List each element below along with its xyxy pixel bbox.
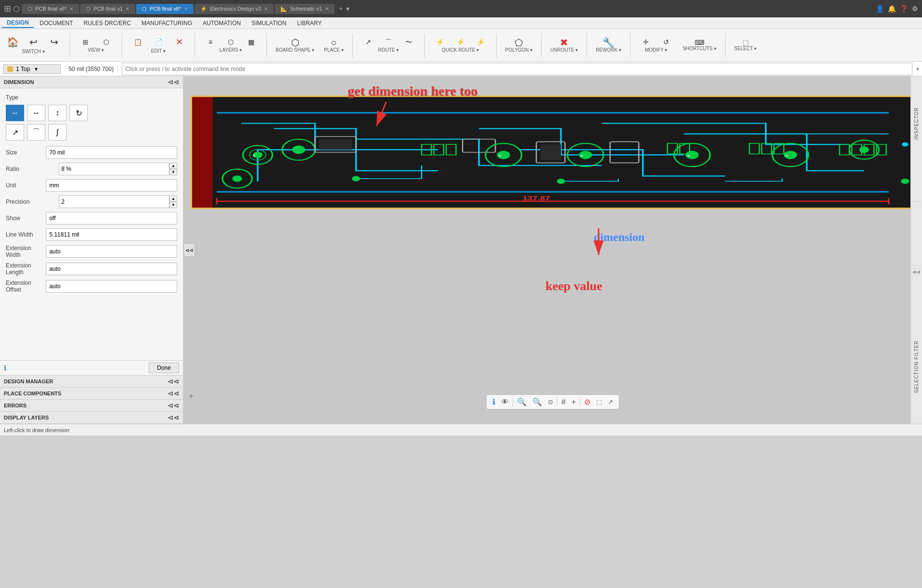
annotation-dim: dimension	[594, 231, 644, 244]
switch-btn[interactable]: 🏠	[3, 36, 22, 48]
bt-stop-icon[interactable]: ⊘	[582, 396, 592, 407]
size-select[interactable]: 70 mil	[46, 146, 177, 159]
edit-delete-btn[interactable]: ✕	[169, 37, 189, 47]
menu-library[interactable]: LIBRARY	[292, 19, 326, 28]
extwidth-select[interactable]: auto	[46, 245, 177, 258]
view-2d-btn[interactable]: ⊞	[76, 38, 95, 46]
tab-schematic[interactable]: 📐 Schematic v1 ✕	[275, 4, 335, 14]
edit-copy-btn[interactable]: 📋	[128, 37, 147, 47]
panel-display-layers[interactable]: DISPLAY LAYERS ⊲⊲	[0, 412, 183, 424]
menu-simulation[interactable]: SIMULATION	[247, 19, 291, 28]
done-button[interactable]: Done	[149, 363, 179, 373]
bell-icon[interactable]: 🔔	[888, 5, 896, 13]
bt-grid-icon[interactable]: #	[559, 397, 568, 407]
ratio-down-btn[interactable]: ▼	[169, 169, 177, 175]
route2-btn[interactable]: ⌒	[379, 38, 398, 46]
place-btn[interactable]: ○ PLACE ▾	[321, 37, 347, 54]
menu-document[interactable]: DOCUMENT	[35, 19, 78, 28]
show-select[interactable]: off on	[46, 212, 177, 224]
undo-btn[interactable]: ↩	[24, 36, 43, 48]
type-btn-custom[interactable]: ∫	[48, 124, 67, 140]
tab-close-icon[interactable]: ✕	[70, 6, 73, 12]
selection-filter-label[interactable]: SELECTION FILTER	[914, 340, 919, 393]
panel-errors[interactable]: ERRORS ⊲⊲	[0, 400, 183, 412]
inspector-label[interactable]: INSPECTOR	[914, 107, 919, 140]
type-btn-vert[interactable]: ↕	[48, 105, 67, 121]
menu-manufacturing[interactable]: MANUFACTURING	[137, 19, 197, 28]
board-shape-group: ⬡ BOARD SHAPE ▾	[273, 37, 317, 54]
precision-input[interactable]	[59, 196, 169, 208]
modify-rotate-btn[interactable]: ↺	[657, 38, 676, 46]
bt-zoom-out-icon[interactable]: 🔍	[515, 396, 529, 407]
extlength-select[interactable]: auto	[46, 263, 177, 275]
qr3-btn[interactable]: ⚡	[471, 38, 490, 46]
route3-btn[interactable]: 〜	[399, 38, 419, 46]
menu-rules[interactable]: RULES DRC/ERC	[79, 19, 136, 28]
tab-list-btn[interactable]: ▾	[346, 5, 349, 13]
extoffset-select[interactable]: auto	[46, 280, 177, 293]
tab-close-icon[interactable]: ✕	[325, 6, 329, 12]
panel-fold-icon[interactable]: ⊲⊲	[168, 78, 179, 86]
tab-pcb-v1[interactable]: ⬡ PCB final v1 ✕	[80, 4, 136, 14]
left-fold-btn[interactable]: ⊲⊲	[183, 243, 195, 257]
ratio-input[interactable]: 8 %	[59, 163, 169, 175]
modify-move-btn[interactable]: ✛	[636, 38, 656, 46]
layer3-btn[interactable]: ▦	[241, 38, 261, 46]
user-icon[interactable]: 👤	[876, 5, 884, 13]
menu-design[interactable]: DESIGN	[2, 18, 34, 28]
type-btn-horiz[interactable]: ↔	[27, 105, 45, 121]
bt-zoom-fit-icon[interactable]: ⊙	[546, 397, 555, 406]
menu-automation[interactable]: AUTOMATION	[198, 19, 246, 28]
precision-down-btn[interactable]: ▼	[169, 202, 177, 208]
linewidth-select[interactable]: 5.11811 mil	[46, 228, 177, 241]
tab-icon: ⚡	[200, 6, 207, 12]
settings-icon[interactable]: ⚙	[912, 5, 918, 13]
bt-select-icon[interactable]: ⬚	[594, 397, 604, 406]
canvas-area[interactable]: ⊲⊲	[183, 76, 922, 424]
layer2-btn[interactable]: ⬡	[221, 38, 240, 46]
select-btn[interactable]: ⬚ SELECT ▾	[731, 38, 760, 52]
new-tab-btn[interactable]: ＋	[337, 4, 344, 13]
route1-btn[interactable]: ↗	[359, 38, 378, 46]
canvas-plus-icon[interactable]: +	[188, 391, 194, 402]
cmd-dropdown-icon[interactable]: ▾	[916, 66, 919, 72]
layer-select[interactable]: 1 Top ▾	[3, 64, 61, 74]
qr2-btn[interactable]: ⚡	[451, 38, 470, 46]
polygon-btn[interactable]: ⬠ POLYGON ▾	[503, 37, 536, 54]
tab-close-icon[interactable]: ✕	[264, 6, 268, 12]
tab-pcb-v6-2[interactable]: ⬡ PCB final v6* ✕	[136, 4, 194, 14]
help-icon[interactable]: ❓	[900, 5, 908, 13]
tab-electronics[interactable]: ⚡ Electronics Design v3 ✕	[195, 4, 274, 14]
type-btn-dimension[interactable]: ↔	[6, 105, 24, 121]
sidebar-chevron-icon[interactable]: ⊲⊲	[912, 269, 920, 275]
bt-export-icon[interactable]: ↗	[606, 397, 615, 406]
sidebar-arrow: ⊲⊲	[912, 268, 921, 269]
board-shape-btn[interactable]: ⬡ BOARD SHAPE ▾	[273, 37, 317, 54]
type-btn-leader[interactable]: ↗	[6, 124, 24, 140]
tab-close-icon[interactable]: ✕	[126, 6, 129, 12]
ratio-up-btn[interactable]: ▲	[169, 163, 177, 169]
cmd-input[interactable]	[122, 63, 912, 75]
sep3	[195, 33, 195, 57]
type-btn-angle[interactable]: ↻	[70, 105, 88, 121]
tab-pcb-v6-1[interactable]: ⬡ PCB final v6* ✕	[22, 4, 79, 14]
view-3d-btn[interactable]: ⬡	[97, 38, 116, 46]
bt-add-icon[interactable]: +	[570, 397, 578, 407]
edit-paste-btn[interactable]: 📄	[149, 37, 168, 47]
bt-zoom-in-icon[interactable]: 🔍	[531, 396, 544, 407]
panel-place-components[interactable]: PLACE COMPONENTS ⊲⊲	[0, 388, 183, 400]
shortcuts-btn[interactable]: ⌨ SHORTCUTS ▾	[680, 38, 719, 52]
panel-design-manager[interactable]: DESIGN MANAGER ⊲⊲	[0, 376, 183, 388]
redo-btn[interactable]: ↪	[44, 36, 64, 48]
tab-close-icon[interactable]: ✕	[184, 6, 188, 12]
layer1-btn[interactable]: ≡	[201, 38, 220, 46]
precision-up-btn[interactable]: ▲	[169, 196, 177, 202]
qr1-icon: ⚡	[436, 39, 444, 45]
type-btn-radius[interactable]: ⌒	[27, 124, 45, 140]
rework-btn[interactable]: 🔧 REWORK ▾	[593, 37, 624, 54]
unroute-btn[interactable]: ✖ UNROUTE ▾	[547, 37, 581, 54]
qr1-btn[interactable]: ⚡	[431, 38, 450, 46]
bt-eye-icon[interactable]: 👁	[499, 397, 511, 407]
bt-info-icon[interactable]: ℹ	[490, 396, 497, 407]
unit-select[interactable]: mm	[46, 179, 177, 192]
